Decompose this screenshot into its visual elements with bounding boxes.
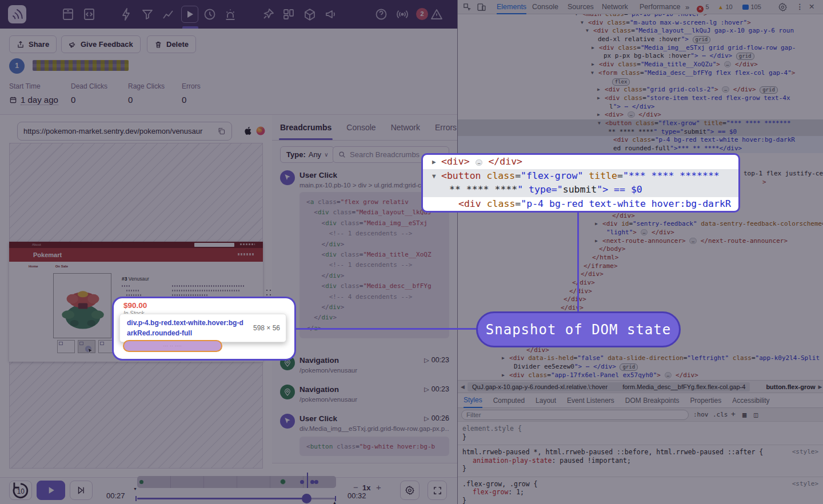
new-style-rule-icon[interactable]: + — [731, 410, 736, 418]
tree-line[interactable]: ▼<div class="Media_layout__lkQuJ gap-x-1… — [458, 27, 823, 35]
rewind-10s-button[interactable]: 10 — [9, 481, 32, 500]
tree-line[interactable]: flex — [458, 78, 823, 86]
seek-bar[interactable] — [137, 498, 336, 499]
toggle-classes[interactable]: .cls — [713, 411, 728, 418]
seek-thumb[interactable] — [302, 494, 311, 503]
tree-line[interactable]: ▼<form class="Media_desc__bfFYg flex fle… — [458, 69, 823, 78]
devtools-close-icon[interactable]: ✕ — [809, 0, 814, 14]
sentry-logo[interactable] — [8, 5, 26, 23]
tree-line[interactable]: l"> ⋯ </div> — [458, 103, 823, 111]
dom-crumb-1[interactable]: QuJ.gap-x-10.gap-y-6.rounded-xl.relative… — [472, 383, 608, 390]
devtools-tab-elements[interactable]: Elements — [497, 0, 526, 14]
tree-line[interactable]: "light"> … </div> — [458, 229, 823, 237]
skip-to-end-button[interactable] — [70, 481, 93, 500]
tree-line[interactable]: </iframe> — [458, 262, 823, 271]
fullscreen-button[interactable] — [428, 481, 447, 500]
help-icon[interactable] — [374, 7, 388, 21]
tree-line[interactable]: </div> — [458, 212, 823, 221]
dashboards-icon[interactable] — [282, 7, 295, 21]
tab-network[interactable]: Network — [391, 123, 420, 132]
tree-line[interactable]: ▶<div> … </div> — [458, 111, 823, 119]
more-tabs-chevron[interactable]: » — [685, 0, 689, 14]
tree-line[interactable]: ▼<button class="flex-grow" title="*** **… — [458, 119, 823, 128]
tab-computed[interactable]: Computed — [493, 397, 525, 405]
style-rule-flex-grow[interactable]: <style> .flex-grow, .grow { flex-grow: 1… — [458, 477, 823, 504]
tree-line[interactable]: ▼<div class="m-auto max-w-screen-lg :hov… — [458, 19, 823, 27]
devtools-menu-icon[interactable]: ⋮ — [796, 0, 804, 14]
type-filter-dropdown[interactable]: Type:Any∨ — [280, 146, 334, 163]
crons-icon[interactable] — [303, 7, 317, 21]
tree-line[interactable]: ▶<div class="app-17fx6el-Panel ex57qyh0"… — [458, 371, 823, 380]
inspect-element-icon[interactable] — [462, 2, 472, 12]
tab-dom-breakpoints[interactable]: DOM Breakpoints — [625, 397, 680, 405]
lightning-icon[interactable] — [119, 7, 133, 21]
error-count-badge[interactable]: ✕ 5 — [697, 0, 709, 14]
stylesheet-link[interactable]: <style> — [792, 448, 818, 457]
tab-breadcrumbs[interactable]: Breadcrumbs — [280, 123, 331, 132]
grid-overlay-icon[interactable]: ▦ — [742, 411, 746, 419]
tab-accessibility[interactable]: Accessibility — [732, 397, 769, 405]
tree-line[interactable]: Divider ee5ezew0"> ⋯ </div> grid — [458, 363, 823, 371]
dom-crumb-2[interactable]: form.Media_desc__bfFYg.flex.flex-col.gap… — [622, 383, 745, 390]
tree-line[interactable]: <div class="p-4 bg-red text-white hover:… — [458, 136, 823, 145]
device-toolbar-icon[interactable] — [477, 2, 486, 12]
style-rule-element[interactable]: element.style { } — [458, 422, 823, 445]
tab-styles[interactable]: Styles — [464, 393, 482, 408]
speed-value[interactable]: 1x — [362, 483, 370, 492]
tree-line[interactable]: </div> — [458, 287, 823, 296]
speed-increase-button[interactable]: + — [376, 482, 381, 492]
tree-line[interactable]: </html> — [458, 254, 823, 262]
tab-errors[interactable]: Errors — [435, 123, 457, 132]
chart-icon[interactable] — [161, 7, 175, 21]
timeline-playhead[interactable] — [307, 473, 308, 488]
profiling-icon[interactable] — [203, 7, 217, 21]
tree-line[interactable]: ▶<div class="Media_img__eSTxj grid grid-… — [458, 44, 823, 53]
warning-icon[interactable] — [430, 7, 444, 21]
message-count-badge[interactable]: 105 — [742, 0, 761, 14]
computed-panel-icon[interactable]: ◫ — [754, 411, 758, 419]
tree-line[interactable]: </div> — [458, 279, 823, 287]
event-timeline[interactable] — [137, 476, 336, 488]
player-settings-button[interactable] — [400, 481, 420, 500]
devtools-tab-sources[interactable]: Sources — [568, 0, 594, 14]
funnel-icon[interactable] — [141, 7, 154, 21]
devtools-tab-console[interactable]: Console — [532, 0, 558, 14]
devtools-settings-icon[interactable] — [778, 2, 788, 12]
dom-crumb-3-active[interactable]: button.flex-grow — [766, 383, 815, 390]
devtools-tab-network[interactable]: Network — [602, 0, 628, 14]
share-button[interactable]: Share — [9, 35, 57, 53]
megaphone-icon[interactable] — [324, 7, 338, 21]
tree-line[interactable]: ▶<next-route-announcer> … </next-route-a… — [458, 237, 823, 246]
broadcast-icon[interactable] — [395, 7, 409, 21]
copy-icon[interactable] — [217, 127, 226, 135]
tree-line[interactable]: ▶<div class="Media_title__XoQZu"> … </di… — [458, 61, 823, 69]
explore-icon[interactable] — [82, 7, 96, 21]
tree-line[interactable]: </div> — [458, 270, 823, 279]
tree-line[interactable]: ▶<div data-is-held="false" data-slide-di… — [458, 354, 823, 363]
alerts-icon[interactable] — [223, 7, 237, 21]
tree-line[interactable]: ** **** ****" type="submit"> == $0 — [458, 128, 823, 137]
toggle-hover-state[interactable]: :hov — [693, 411, 709, 418]
highlighted-add-to-cart-button[interactable]: ··· ·· ···· — [123, 340, 222, 352]
tree-line[interactable]: px p-px bg-black :hover"> ⋯ </div> grid — [458, 52, 823, 61]
replays-icon[interactable] — [181, 6, 198, 23]
give-feedback-button[interactable]: Give Feedback — [61, 35, 141, 53]
tree-line[interactable]: ▶<div id="sentry-feedback" data-sentry-f… — [458, 220, 823, 229]
styles-filter-input[interactable]: Filter — [461, 410, 689, 420]
tree-line[interactable]: ed rounded-full">*** ** ****</div> — [458, 145, 823, 153]
tree-line[interactable]: ▶<div class="store-item text-red flex-gr… — [458, 94, 823, 103]
style-rule-rrweb-paused[interactable]: <style> html.rrweb-paused *, html.rrweb-… — [458, 445, 823, 477]
tree-line[interactable]: ▼<main class="px-10 pb-10 :hover"> — [458, 14, 823, 19]
warning-count-badge[interactable]: ▲ 10 — [718, 0, 733, 14]
tree-line[interactable]: ▶<div class="grid grid-cols-2"> … </div>… — [458, 86, 823, 94]
tree-line[interactable]: </body> — [458, 245, 823, 254]
issues-icon[interactable] — [61, 7, 75, 21]
crumb-scroll-left-icon[interactable]: ◀ — [458, 384, 468, 390]
devtools-tab-performance[interactable]: Performance — [640, 0, 681, 14]
crumb-scroll-right-icon[interactable]: ▶ — [816, 384, 823, 390]
tree-line[interactable]: ded-xl relative :hover"> grid — [458, 35, 823, 44]
stylesheet-link[interactable]: <style> — [792, 480, 818, 489]
play-button[interactable] — [37, 481, 65, 500]
tab-console[interactable]: Console — [346, 123, 375, 132]
tab-properties[interactable]: Properties — [690, 397, 722, 405]
